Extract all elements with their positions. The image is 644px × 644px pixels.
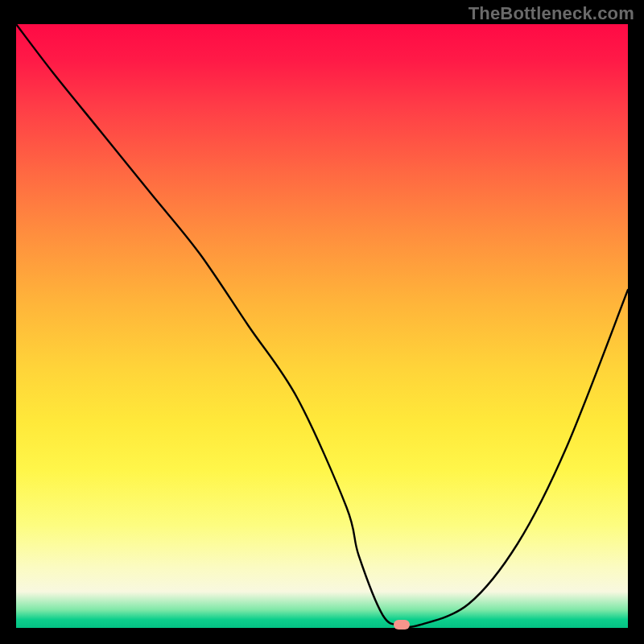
plot-area [16, 24, 628, 628]
marker-dot [394, 620, 410, 630]
bottleneck-curve [16, 24, 628, 627]
watermark-text: TheBottleneck.com [469, 3, 634, 24]
chart-container: TheBottleneck.com [0, 0, 644, 644]
curve-svg [16, 24, 628, 628]
